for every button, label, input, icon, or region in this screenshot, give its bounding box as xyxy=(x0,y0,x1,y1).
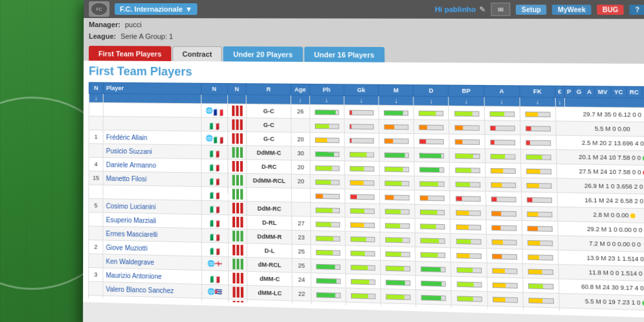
skill-d xyxy=(415,233,451,248)
player-stripe-col xyxy=(227,118,247,132)
skill-m xyxy=(380,232,415,247)
skill-bp xyxy=(449,106,484,120)
sort-m[interactable]: ↓ xyxy=(379,96,413,106)
player-flag-col: 🇮🇹 xyxy=(201,159,227,173)
col-r: R xyxy=(247,84,291,95)
skill-d xyxy=(414,148,450,163)
sort-n3[interactable] xyxy=(227,95,247,104)
player-pos xyxy=(247,187,292,202)
italy-flag-icon: 🇮🇹 xyxy=(211,303,220,310)
tab-under16[interactable]: Under 16 Players xyxy=(304,47,384,62)
skill-gk xyxy=(346,274,381,289)
skill-m xyxy=(380,204,415,219)
svg-text:FC: FC xyxy=(96,7,102,12)
sort-eu[interactable]: ↓ xyxy=(555,97,564,107)
table-container[interactable]: N Player N N R Age Ph Gk M D BP A FK € xyxy=(88,82,644,314)
club-logo: FC xyxy=(89,1,109,17)
skill-m xyxy=(379,147,415,162)
skill-a xyxy=(488,306,524,314)
skill-d xyxy=(415,247,451,262)
player-name[interactable] xyxy=(103,103,201,118)
col-yc: YC xyxy=(611,86,626,98)
club-name: F.C. Internazionale xyxy=(120,5,183,13)
sort-n2[interactable] xyxy=(201,95,227,104)
sort-player[interactable] xyxy=(103,93,201,104)
player-stripe-col xyxy=(228,299,247,314)
sort-ph[interactable]: ↓ xyxy=(309,95,344,105)
manager-name: pucci xyxy=(125,21,142,28)
italy-flag-icon: 🇮🇹 xyxy=(210,177,219,184)
player-stats: 2.5 M 20 2 13.696 4 0 xyxy=(556,135,644,151)
player-name[interactable] xyxy=(103,310,202,314)
col-a: A xyxy=(484,86,520,97)
player-stats: 27.5 M 24 10 7.58 0 0 xyxy=(556,164,644,180)
bug-button[interactable]: BUG xyxy=(597,5,624,15)
player-num xyxy=(89,102,103,116)
player-stripe-col xyxy=(227,146,247,160)
league-name: Serie A Group: 1 xyxy=(120,32,173,40)
player-name[interactable]: Daniele Armanno xyxy=(103,158,201,173)
skill-bp xyxy=(450,191,486,205)
skill-d xyxy=(416,290,451,305)
italy-flag-icon: 🇮🇹 xyxy=(210,218,219,225)
col-m: M xyxy=(379,85,413,97)
player-stripe-col xyxy=(228,285,247,300)
skill-fk xyxy=(522,221,558,236)
player-name[interactable]: Manetto Filosi xyxy=(103,171,202,187)
hi-text: Hi pablinho ✎ xyxy=(435,5,486,14)
player-flag-col: 🌐🇮🇹 xyxy=(201,131,227,146)
manager-label: Manager: xyxy=(89,21,120,28)
help-button[interactable]: ? xyxy=(629,5,644,15)
skill-m xyxy=(381,261,416,276)
player-stripe-col xyxy=(228,229,247,243)
player-age: 20 xyxy=(292,160,310,175)
tab-contract[interactable]: Contract xyxy=(173,46,222,62)
sort-r[interactable] xyxy=(247,95,291,104)
player-age: 25 xyxy=(292,258,311,273)
player-pos: DdMM-R xyxy=(247,229,292,244)
sort-gk[interactable]: ↓ xyxy=(344,96,379,106)
skill-m xyxy=(380,218,415,232)
col-d: D xyxy=(413,85,449,97)
tab-under20[interactable]: Under 20 Players xyxy=(223,46,303,62)
sort-a[interactable]: ↓ xyxy=(484,97,520,106)
tab-first-team[interactable]: First Team Players xyxy=(89,46,171,61)
skill-fk xyxy=(520,121,556,136)
skill-d xyxy=(414,134,450,149)
myweek-button[interactable]: MyWeek xyxy=(552,5,591,15)
sort-fk[interactable]: ↓ xyxy=(520,97,556,107)
player-name[interactable]: Esuperio Marziali xyxy=(103,213,202,229)
italy-flag-icon: 🇮🇹 xyxy=(210,122,219,128)
skill-bp xyxy=(450,148,485,163)
player-stripe-col xyxy=(228,257,247,271)
player-age: 23 xyxy=(292,231,310,245)
player-num xyxy=(89,226,103,240)
player-flag-col: 🇮🇹 xyxy=(202,187,228,201)
skill-ph xyxy=(311,301,346,314)
skill-gk xyxy=(345,217,380,232)
col-mv: MV xyxy=(594,86,611,98)
sort-bp[interactable]: ↓ xyxy=(449,97,484,106)
skill-ph xyxy=(310,118,345,133)
player-age: 30 xyxy=(291,146,310,160)
sort-d[interactable]: ↓ xyxy=(413,97,449,106)
sort-age[interactable]: ↓ xyxy=(291,95,310,105)
player-age: 26 xyxy=(291,104,310,118)
player-name[interactable]: Pusicio Suzzani xyxy=(103,144,201,158)
setup-button[interactable]: Setup xyxy=(516,5,547,15)
skill-ph xyxy=(310,160,345,175)
player-name[interactable] xyxy=(103,117,201,131)
player-name[interactable]: Cosimo Lucianini xyxy=(103,199,202,214)
skill-gk xyxy=(344,105,379,119)
player-name[interactable] xyxy=(103,185,202,200)
club-selector[interactable]: F.C. Internazionale ▼ xyxy=(115,3,198,15)
username: pablinho xyxy=(444,5,476,13)
player-flag-col: 🇮🇹 xyxy=(202,312,228,314)
col-fk: FK xyxy=(520,86,556,97)
skill-bp xyxy=(451,290,488,306)
player-name[interactable]: Valero Blanco Sanchez xyxy=(103,296,202,312)
sort-n[interactable]: ↓ xyxy=(89,93,103,102)
skill-fk xyxy=(521,192,557,207)
player-name[interactable]: Frédéric Allain xyxy=(103,130,201,145)
mail-button[interactable]: ✉ xyxy=(491,3,510,16)
